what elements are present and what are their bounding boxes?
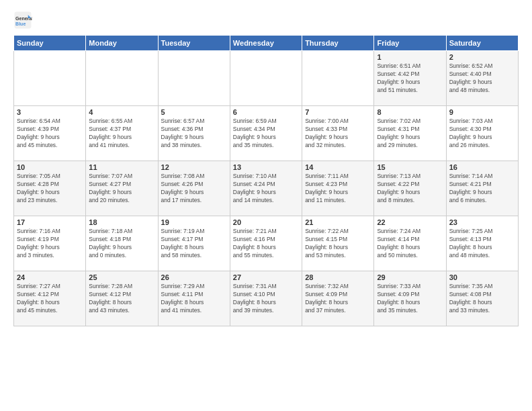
day-number: 14 (305, 163, 371, 171)
day-number: 5 (161, 108, 227, 116)
calendar-body: 1Sunrise: 6:51 AM Sunset: 4:42 PM Daylig… (14, 51, 519, 326)
day-header-monday: Monday (86, 36, 158, 51)
day-number: 29 (377, 273, 443, 281)
calendar-cell: 5Sunrise: 6:57 AM Sunset: 4:36 PM Daylig… (158, 106, 230, 161)
calendar-week-2: 3Sunrise: 6:54 AM Sunset: 4:39 PM Daylig… (14, 106, 519, 161)
day-info: Sunrise: 7:35 AM Sunset: 4:08 PM Dayligh… (449, 283, 515, 315)
day-info: Sunrise: 6:59 AM Sunset: 4:34 PM Dayligh… (233, 118, 299, 150)
calendar-cell: 4Sunrise: 6:55 AM Sunset: 4:37 PM Daylig… (86, 106, 158, 161)
calendar-cell: 2Sunrise: 6:52 AM Sunset: 4:40 PM Daylig… (446, 51, 518, 106)
day-header-saturday: Saturday (446, 36, 518, 51)
day-number: 15 (377, 163, 443, 171)
day-number: 9 (449, 108, 515, 116)
calendar-cell: 15Sunrise: 7:13 AM Sunset: 4:22 PM Dayli… (374, 161, 446, 216)
calendar-cell: 19Sunrise: 7:19 AM Sunset: 4:17 PM Dayli… (158, 216, 230, 271)
day-number: 4 (89, 108, 154, 116)
calendar-cell: 3Sunrise: 6:54 AM Sunset: 4:39 PM Daylig… (14, 106, 86, 161)
day-header-sunday: Sunday (14, 36, 86, 51)
day-info: Sunrise: 7:19 AM Sunset: 4:17 PM Dayligh… (161, 228, 227, 260)
day-info: Sunrise: 7:29 AM Sunset: 4:11 PM Dayligh… (161, 283, 227, 315)
calendar-cell: 12Sunrise: 7:08 AM Sunset: 4:26 PM Dayli… (158, 161, 230, 216)
calendar-cell: 11Sunrise: 7:07 AM Sunset: 4:27 PM Dayli… (86, 161, 158, 216)
day-number: 3 (17, 108, 83, 116)
calendar-cell: 7Sunrise: 7:00 AM Sunset: 4:33 PM Daylig… (302, 106, 374, 161)
day-info: Sunrise: 7:24 AM Sunset: 4:14 PM Dayligh… (377, 228, 443, 260)
day-header-thursday: Thursday (302, 36, 374, 51)
day-number: 28 (305, 273, 371, 281)
svg-text:Blue: Blue (15, 21, 26, 26)
day-number: 6 (233, 108, 299, 116)
calendar-cell: 8Sunrise: 7:02 AM Sunset: 4:31 PM Daylig… (374, 106, 446, 161)
calendar-cell: 13Sunrise: 7:10 AM Sunset: 4:24 PM Dayli… (230, 161, 302, 216)
calendar-cell: 21Sunrise: 7:22 AM Sunset: 4:15 PM Dayli… (302, 216, 374, 271)
calendar-cell: 1Sunrise: 6:51 AM Sunset: 4:42 PM Daylig… (374, 51, 446, 106)
day-number: 18 (89, 218, 154, 226)
page: General Blue SundayMondayTuesdayWednesda… (0, 0, 532, 411)
calendar-week-3: 10Sunrise: 7:05 AM Sunset: 4:28 PM Dayli… (14, 161, 519, 216)
day-number: 10 (17, 163, 83, 171)
day-number: 16 (449, 163, 515, 171)
calendar-cell: 27Sunrise: 7:31 AM Sunset: 4:10 PM Dayli… (230, 271, 302, 326)
calendar-cell: 20Sunrise: 7:21 AM Sunset: 4:16 PM Dayli… (230, 216, 302, 271)
calendar-cell: 6Sunrise: 6:59 AM Sunset: 4:34 PM Daylig… (230, 106, 302, 161)
calendar-cell: 29Sunrise: 7:33 AM Sunset: 4:09 PM Dayli… (374, 271, 446, 326)
day-info: Sunrise: 7:32 AM Sunset: 4:09 PM Dayligh… (305, 283, 371, 315)
day-info: Sunrise: 7:05 AM Sunset: 4:28 PM Dayligh… (17, 173, 83, 205)
day-info: Sunrise: 6:51 AM Sunset: 4:42 PM Dayligh… (377, 62, 443, 95)
calendar-cell: 18Sunrise: 7:18 AM Sunset: 4:18 PM Dayli… (86, 216, 158, 271)
day-info: Sunrise: 7:25 AM Sunset: 4:13 PM Dayligh… (449, 228, 515, 260)
day-info: Sunrise: 6:55 AM Sunset: 4:37 PM Dayligh… (89, 118, 154, 150)
day-number: 12 (161, 163, 227, 171)
day-info: Sunrise: 7:22 AM Sunset: 4:15 PM Dayligh… (305, 228, 371, 260)
day-number: 19 (161, 218, 227, 226)
day-info: Sunrise: 7:00 AM Sunset: 4:33 PM Dayligh… (305, 118, 371, 150)
day-info: Sunrise: 6:52 AM Sunset: 4:40 PM Dayligh… (449, 62, 515, 95)
calendar-cell: 10Sunrise: 7:05 AM Sunset: 4:28 PM Dayli… (14, 161, 86, 216)
day-number: 23 (449, 218, 515, 226)
day-info: Sunrise: 7:13 AM Sunset: 4:22 PM Dayligh… (377, 173, 443, 205)
day-header-friday: Friday (374, 36, 446, 51)
day-number: 8 (377, 108, 443, 116)
calendar-week-1: 1Sunrise: 6:51 AM Sunset: 4:42 PM Daylig… (14, 51, 519, 106)
calendar-week-4: 17Sunrise: 7:16 AM Sunset: 4:19 PM Dayli… (14, 216, 519, 271)
day-number: 21 (305, 218, 371, 226)
day-info: Sunrise: 7:33 AM Sunset: 4:09 PM Dayligh… (377, 283, 443, 315)
logo: General Blue (13, 11, 35, 30)
day-info: Sunrise: 7:03 AM Sunset: 4:30 PM Dayligh… (449, 118, 515, 150)
day-info: Sunrise: 7:07 AM Sunset: 4:27 PM Dayligh… (89, 173, 154, 205)
day-info: Sunrise: 6:54 AM Sunset: 4:39 PM Dayligh… (17, 118, 83, 150)
day-number: 11 (89, 163, 154, 171)
header: General Blue (13, 11, 519, 30)
calendar-cell (158, 51, 230, 106)
day-info: Sunrise: 7:16 AM Sunset: 4:19 PM Dayligh… (17, 228, 83, 260)
day-number: 27 (233, 273, 299, 281)
day-info: Sunrise: 7:10 AM Sunset: 4:24 PM Dayligh… (233, 173, 299, 205)
day-number: 20 (233, 218, 299, 226)
day-info: Sunrise: 7:18 AM Sunset: 4:18 PM Dayligh… (89, 228, 154, 260)
day-info: Sunrise: 7:08 AM Sunset: 4:26 PM Dayligh… (161, 173, 227, 205)
calendar-cell: 24Sunrise: 7:27 AM Sunset: 4:12 PM Dayli… (14, 271, 86, 326)
calendar-cell: 26Sunrise: 7:29 AM Sunset: 4:11 PM Dayli… (158, 271, 230, 326)
day-number: 1 (377, 53, 443, 61)
day-info: Sunrise: 7:02 AM Sunset: 4:31 PM Dayligh… (377, 118, 443, 150)
calendar-cell (302, 51, 374, 106)
logo-icon: General Blue (13, 11, 32, 30)
day-number: 22 (377, 218, 443, 226)
day-number: 2 (449, 53, 515, 61)
calendar-cell: 22Sunrise: 7:24 AM Sunset: 4:14 PM Dayli… (374, 216, 446, 271)
day-info: Sunrise: 7:27 AM Sunset: 4:12 PM Dayligh… (17, 283, 83, 315)
calendar-cell: 17Sunrise: 7:16 AM Sunset: 4:19 PM Dayli… (14, 216, 86, 271)
calendar-cell (86, 51, 158, 106)
calendar-cell: 30Sunrise: 7:35 AM Sunset: 4:08 PM Dayli… (446, 271, 518, 326)
calendar-cell: 25Sunrise: 7:28 AM Sunset: 4:12 PM Dayli… (86, 271, 158, 326)
day-number: 26 (161, 273, 227, 281)
calendar-cell: 14Sunrise: 7:11 AM Sunset: 4:23 PM Dayli… (302, 161, 374, 216)
calendar-header-row: SundayMondayTuesdayWednesdayThursdayFrid… (14, 36, 519, 51)
day-number: 25 (89, 273, 154, 281)
day-info: Sunrise: 7:11 AM Sunset: 4:23 PM Dayligh… (305, 173, 371, 205)
day-number: 30 (449, 273, 515, 281)
calendar-cell: 28Sunrise: 7:32 AM Sunset: 4:09 PM Dayli… (302, 271, 374, 326)
day-info: Sunrise: 7:14 AM Sunset: 4:21 PM Dayligh… (449, 173, 515, 205)
day-info: Sunrise: 7:21 AM Sunset: 4:16 PM Dayligh… (233, 228, 299, 260)
calendar-table: SundayMondayTuesdayWednesdayThursdayFrid… (13, 35, 519, 326)
